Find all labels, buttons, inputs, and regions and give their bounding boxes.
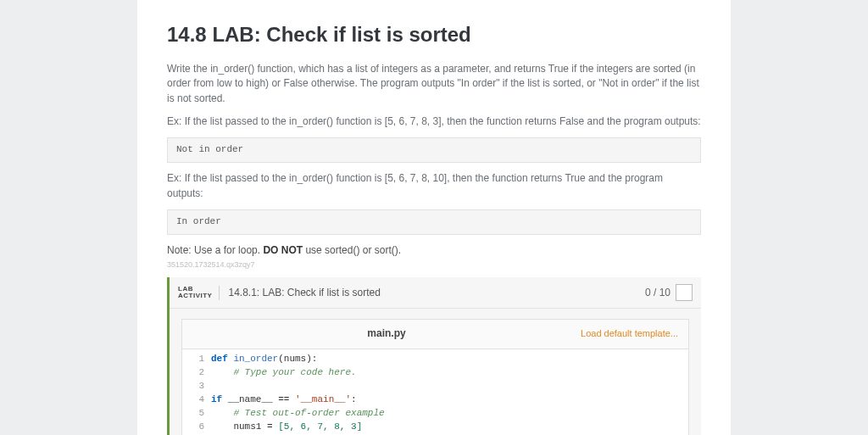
file-header: main.py Load default template... bbox=[181, 319, 689, 348]
note-line: Note: Use a for loop. DO NOT use sorted(… bbox=[167, 243, 701, 258]
note-suffix: use sorted() or sort(). bbox=[303, 244, 401, 256]
lab-score: 0 / 10 bbox=[645, 286, 670, 300]
code-panel: main.py Load default template... 1def in… bbox=[170, 309, 701, 435]
lab-activity-card: LAB ACTIVITY 14.8.1: LAB: Check if list … bbox=[167, 277, 701, 435]
example-2-intro: Ex: If the list passed to the in_order()… bbox=[167, 171, 701, 201]
question-id: 351520.1732514.qx3zqy7 bbox=[167, 259, 701, 270]
page-title: 14.8 LAB: Check if list is sorted bbox=[167, 20, 701, 50]
note-bold: DO NOT bbox=[263, 244, 303, 256]
load-default-template-link[interactable]: Load default template... bbox=[581, 327, 678, 341]
filename-label: main.py bbox=[192, 326, 581, 341]
lab-activity-badge: LAB ACTIVITY bbox=[178, 286, 220, 300]
example-1-output: Not in order bbox=[167, 137, 701, 163]
example-1-intro: Ex: If the list passed to the in_order()… bbox=[167, 114, 701, 129]
lab-badge-bottom: ACTIVITY bbox=[178, 293, 212, 299]
lab-activity-title: 14.8.1: LAB: Check if list is sorted bbox=[228, 286, 645, 300]
lab-page: 14.8 LAB: Check if list is sorted Write … bbox=[137, 0, 731, 435]
expand-score-button[interactable] bbox=[676, 284, 693, 301]
lab-activity-header: LAB ACTIVITY 14.8.1: LAB: Check if list … bbox=[170, 277, 701, 309]
example-2-output: In order bbox=[167, 209, 701, 235]
instructions-para-1: Write the in_order() function, which has… bbox=[167, 62, 701, 106]
code-editor[interactable]: 1def in_order(nums): 2 # Type your code … bbox=[181, 349, 689, 435]
note-prefix: Note: Use a for loop. bbox=[167, 244, 263, 256]
